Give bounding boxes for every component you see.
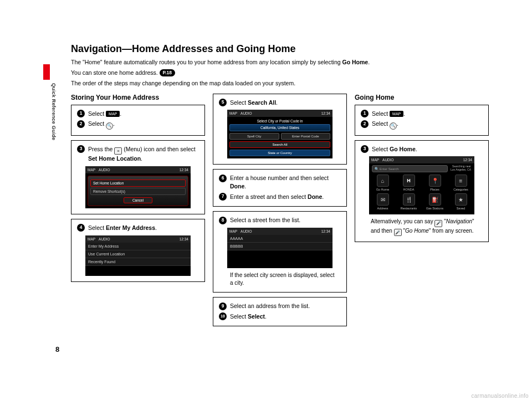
enter-search-field: 🔍 Enter Search — [372, 165, 448, 172]
column-going-home: Going Home 1 Select MAP. 2 Select 🔍. — [355, 94, 489, 331]
step-6a: Enter a house number and then select — [230, 175, 329, 181]
gh-gas: ⛽Gas Stations — [425, 193, 445, 210]
intro-1c: . — [368, 59, 370, 65]
clock-4: 12:34 — [321, 229, 330, 233]
page-title: Navigation—Home Addresses and Going Home — [71, 43, 498, 55]
gh-places: 📍Places — [425, 175, 445, 191]
voice-icon-2: 🎤 — [394, 229, 402, 236]
gh-address-label: Address — [377, 207, 388, 210]
going-step-1: 1 Select MAP. — [361, 110, 483, 118]
gh-honda: HHONDA — [399, 175, 419, 191]
pill-enter-postal: Enter Postal Code — [281, 133, 331, 140]
gohome-row-2: ✉Address 🍴Restaurants ⛽Gas Stations ★Sav… — [369, 193, 474, 212]
menu-icon: ≡ — [114, 147, 122, 155]
menu-remove-shortcut: Remove Shortcut(s) — [90, 188, 186, 195]
tab-map-2: MAP — [88, 237, 95, 241]
pill-state-country: State or Country — [229, 150, 330, 156]
map-button-icon: MAP — [106, 111, 120, 117]
screen-bar-3: MAPAUDIO 12:34 — [227, 110, 332, 117]
going-step-2: 2 Select 🔍. — [361, 120, 483, 129]
page-number: 8 — [55, 345, 59, 353]
going-1a: Select — [372, 110, 390, 117]
going-step-3: 3 Select Go Home. — [361, 145, 483, 153]
screen-gohome: MAPAUDIO 12:34 🔍 Enter Search Searching … — [369, 156, 474, 214]
tab-audio-2: AUDIO — [99, 237, 110, 241]
step-8-note: If the select city screen is displayed, … — [230, 271, 335, 286]
clock-5: 12:34 — [463, 158, 472, 162]
step-10b: Select — [248, 313, 265, 320]
tab-audio-3: AUDIO — [241, 111, 252, 115]
screen-search-all: MAPAUDIO 12:34 Select City or Postal Cod… — [227, 110, 332, 158]
step-9: 9 Select an address from the list. — [219, 302, 341, 310]
step-10a: Select — [230, 313, 248, 320]
step-3-text: Press the ≡ (Menu) icon and then select … — [88, 145, 199, 163]
map-button-icon-2: MAP — [390, 111, 403, 117]
menu-dialog: Set Home Location Remove Shortcut(s) Can… — [88, 176, 188, 206]
going-3-text: Select Go Home. — [372, 145, 483, 153]
step-badge-9: 9 — [219, 302, 227, 310]
search-region: California, United States — [229, 124, 330, 131]
search-icon: 🔍 — [106, 122, 113, 130]
tab-map-3: MAP — [229, 111, 237, 115]
search-all-body: Select City or Postal Code in California… — [227, 117, 332, 158]
going-badge-2: 2 — [361, 120, 369, 128]
street-row-1: AAAAA — [227, 235, 332, 243]
saved-icon: ★ — [455, 193, 467, 206]
tab-audio-4: AUDIO — [241, 229, 252, 233]
step-10: 10 Select Select. — [219, 312, 341, 321]
note-c: Navigation — [446, 218, 472, 224]
step-1-prefix: Select — [88, 110, 106, 117]
step-7: 7 Enter a street and then select Done. — [219, 193, 341, 201]
box-going-3: 3 Select Go Home. MAPAUDIO 12:34 🔍 Enter… — [355, 140, 489, 242]
going-2-text: Select 🔍. — [372, 120, 483, 129]
screen-bar: MAPAUDIO 12:34 — [85, 166, 191, 173]
col1-heading: Storing Your Home Address — [71, 94, 205, 101]
step-3: 3 Press the ≡ (Menu) icon and then selec… — [77, 145, 199, 163]
columns: Storing Your Home Address 1 Select MAP. … — [71, 94, 498, 331]
clock-2: 12:34 — [180, 237, 188, 241]
screen-bar-4: MAPAUDIO 12:34 — [227, 228, 332, 235]
step-badge-3: 3 — [77, 145, 85, 153]
intro-line-2: You can store one home address. P.18 — [71, 69, 498, 77]
page-content: Navigation—Home Addresses and Going Home… — [43, 43, 498, 331]
step-badge-6: 6 — [219, 175, 227, 182]
intro-line-1: The "Home" feature automatically routes … — [71, 58, 498, 66]
pill-search-all: Search All — [229, 141, 330, 148]
enter-address-body: Enter My Address Use Current Location Re… — [85, 243, 191, 276]
search-icon-2: 🔍 — [390, 122, 397, 130]
searching-location: Los Angeles, CA — [451, 168, 471, 171]
going-note: Alternatively, you can say 🎤 "Navigation… — [371, 218, 480, 235]
note-f: Go Home — [405, 228, 429, 234]
step-8: 8 Select a street from the list. — [219, 216, 341, 224]
step-6: 6 Enter a house number and then select D… — [219, 174, 341, 190]
step-badge-5: 5 — [219, 99, 227, 106]
honda-icon: H — [403, 175, 415, 187]
menu-cancel: Cancel — [124, 197, 152, 203]
gh-go-home: ⌂Go Home — [373, 175, 393, 191]
pill-spell-city: Spell City — [229, 133, 279, 140]
box-steps-6-7: 6 Enter a house number and then select D… — [213, 169, 347, 207]
tab-map: MAP — [88, 168, 95, 172]
screen-enter-address: MAPAUDIO 12:34 Enter My Address Use Curr… — [85, 235, 191, 276]
step-5-text: Select Search All. — [230, 99, 341, 107]
step-4: 4 Select Enter My Address. — [77, 224, 199, 232]
note-g: " from any screen. — [429, 228, 474, 234]
enter-search-text: Enter Search — [380, 167, 399, 171]
step-1: 1 Select MAP. — [77, 110, 199, 118]
street-list-body: AAAAA BBBBB — [227, 235, 332, 268]
step-badge-8: 8 — [219, 217, 227, 224]
gh-categories-label: Categories — [453, 188, 468, 191]
step-4-text: Select Enter My Address. — [88, 224, 199, 232]
step-6b: Done — [230, 183, 244, 189]
row-recently-found: Recently Found — [85, 258, 191, 266]
step-badge-2: 2 — [77, 120, 85, 128]
gh-restaurants-label: Restaurants — [401, 207, 417, 210]
box-steps-9-10: 9 Select an address from the list. 10 Se… — [213, 297, 347, 326]
going-badge-3: 3 — [361, 145, 369, 153]
gh-saved: ★Saved — [451, 193, 471, 210]
step-7-text: Enter a street and then select Done. — [230, 193, 341, 201]
step-2: 2 Select 🔍. — [77, 120, 199, 129]
step-7b: Done — [308, 193, 322, 200]
intro-1a: The "Home" feature automatically routes … — [71, 59, 342, 65]
address-icon: ✉ — [377, 193, 389, 206]
